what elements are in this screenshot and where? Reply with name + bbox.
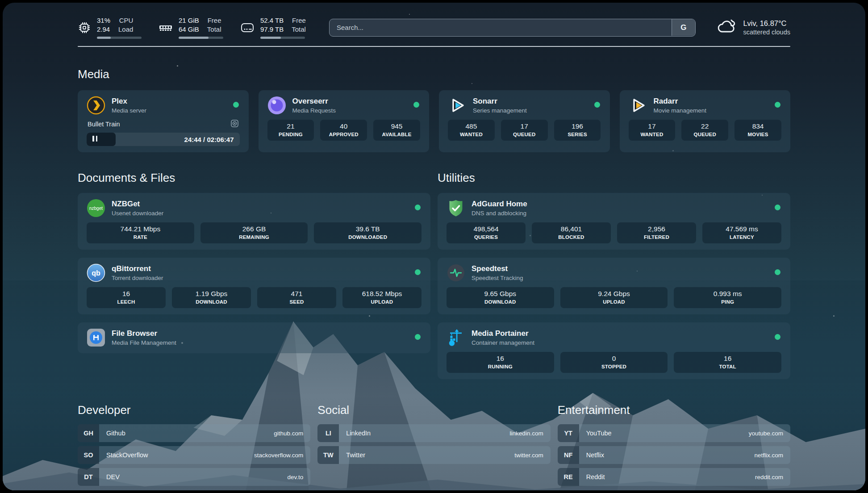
service-name: NZBGet	[112, 200, 163, 209]
service-desc: DNS and adblocking	[472, 210, 527, 217]
service-card-filebrowser[interactable]: File Browser Media File Management	[78, 322, 430, 353]
bookmark-url: twitter.com	[514, 452, 551, 459]
cpu-load-label: Load	[118, 25, 133, 34]
playback-elapsed	[87, 133, 116, 146]
status-dot	[415, 334, 421, 340]
svg-text:nzbget: nzbget	[89, 206, 103, 211]
service-name: qBittorrent	[112, 264, 163, 273]
service-name: Sonarr	[473, 97, 527, 106]
filebrowser-icon	[87, 328, 105, 347]
disk-free-value: 52.4 TB	[260, 16, 284, 25]
stat-rate: 744.21 MbpsRATE	[87, 222, 194, 243]
bookmark-reddit[interactable]: RE Reddit reddit.com	[558, 468, 790, 486]
weather-condition: scattered clouds	[743, 28, 790, 37]
bookmark-name: Twitter	[339, 451, 365, 459]
cpu-icon	[78, 21, 91, 34]
service-card-radarr[interactable]: Radarr Movie management 17WANTED 22QUEUE…	[620, 90, 791, 152]
search-provider-button[interactable]: G	[672, 19, 695, 36]
cpu-usage-label: CPU	[118, 16, 133, 25]
stat-series: 196SERIES	[554, 120, 601, 141]
pause-icon[interactable]	[92, 135, 99, 143]
service-card-sonarr[interactable]: Sonarr Series management 485WANTED 17QUE…	[439, 90, 610, 152]
ram-progress-fill	[179, 37, 209, 39]
section-title-social: Social	[317, 403, 550, 417]
service-card-qbittorrent[interactable]: qb qBittorrent Torrent downloader 16LEEC…	[78, 258, 430, 314]
service-card-speedtest[interactable]: Speedtest Speedtest Tracking 9.65 GbpsDO…	[438, 258, 790, 314]
status-dot	[775, 334, 780, 340]
stat-upload: 9.24 GbpsUPLOAD	[560, 287, 668, 308]
disk-free-label: Free	[292, 16, 306, 25]
stat-download: 9.65 GbpsDOWNLOAD	[447, 287, 554, 308]
bookmark-stackoverflow[interactable]: SO StackOverflow stackoverflow.com	[78, 446, 310, 464]
search-input[interactable]	[329, 19, 696, 37]
disk-progress-track	[260, 37, 305, 39]
stat-blocked: 86,401BLOCKED	[532, 222, 611, 243]
ram-free-value: 21 GiB	[179, 16, 199, 25]
service-desc: Usenet downloader	[112, 210, 163, 217]
service-card-adguard[interactable]: AdGuard Home DNS and adblocking 498,564Q…	[438, 193, 790, 250]
bookmark-abbr: NF	[558, 446, 579, 464]
plex-icon	[87, 96, 105, 115]
dashboard-content: Media Plex Media server	[3, 67, 865, 486]
bookmark-url: github.com	[274, 430, 310, 437]
stat-remaining: 266 GBREMAINING	[200, 222, 308, 243]
stat-pending: 21PENDING	[267, 120, 314, 141]
bookmark-name: Netflix	[579, 451, 604, 459]
stat-wanted: 485WANTED	[448, 120, 495, 141]
stat-queries: 498,564QUERIES	[447, 222, 526, 243]
bookmark-twitter[interactable]: TW Twitter twitter.com	[317, 446, 550, 464]
service-name: Radarr	[654, 97, 707, 106]
entertainment-bookmarks: YT YouTube youtube.com NF Netflix netfli…	[558, 424, 790, 486]
ram-icon	[159, 21, 173, 34]
ram-free-label: Free	[207, 16, 221, 25]
top-bar: 31% 2.94 CPU Load	[3, 3, 865, 39]
bookmark-dev[interactable]: DT DEV dev.to	[78, 468, 310, 486]
stat-movies: 834MOVIES	[734, 120, 781, 141]
bookmark-github[interactable]: GH Github github.com	[78, 424, 310, 442]
ram-total-label: Total	[207, 25, 221, 34]
status-dot	[775, 102, 780, 108]
header-divider	[78, 46, 790, 47]
service-name: Speedtest	[472, 264, 523, 273]
bookmark-abbr: TW	[317, 446, 339, 464]
section-title-utilities: Utilities	[438, 171, 790, 185]
bookmark-abbr: YT	[558, 424, 579, 442]
stat-stopped: 0STOPPED	[560, 352, 668, 373]
bookmark-youtube[interactable]: YT YouTube youtube.com	[558, 424, 790, 442]
bookmark-linkedin[interactable]: LI LinkedIn linkedin.com	[317, 424, 550, 442]
stat-queued: 17QUEUED	[501, 120, 548, 141]
dashboard-screen: 31% 2.94 CPU Load	[3, 3, 865, 490]
sonarr-icon	[448, 96, 467, 115]
ram-progress-track	[179, 37, 223, 39]
stat-download: 1.19 GbpsDOWNLOAD	[172, 287, 251, 308]
service-card-nzbget[interactable]: nzbget NZBGet Usenet downloader 744.21 M…	[78, 193, 430, 250]
portainer-icon	[447, 328, 465, 347]
bookmark-name: YouTube	[579, 430, 612, 437]
stat-wanted: 17WANTED	[629, 120, 676, 141]
service-card-portainer[interactable]: Media Portainer Container management 16R…	[438, 322, 790, 379]
plex-now-playing: Bullet Train 24:44 / 02:06:47	[87, 119, 240, 146]
cpu-usage-value: 31%	[97, 16, 110, 25]
service-desc: Media File Management	[112, 339, 176, 346]
status-dot	[233, 102, 239, 108]
status-dot	[594, 102, 600, 108]
bookmark-abbr: RE	[558, 468, 579, 486]
playback-time: 24:44 / 02:06:47	[184, 136, 240, 143]
service-card-overseerr[interactable]: Overseerr Media Requests 21PENDING 40APP…	[259, 90, 430, 152]
stat-available: 945AVAILABLE	[373, 120, 420, 141]
bookmark-url: reddit.com	[755, 474, 790, 480]
service-name: Plex	[112, 97, 146, 106]
memory-widget: 21 GiB 64 GiB Free Total	[159, 16, 223, 39]
status-dot	[413, 102, 419, 108]
weather-widget[interactable]: Lviv, 16.87°C scattered clouds	[716, 18, 790, 37]
qbittorrent-icon: qb	[87, 263, 105, 282]
stat-seed: 471SEED	[257, 287, 336, 308]
service-card-plex[interactable]: Plex Media server Bullet Train	[78, 90, 249, 152]
overseerr-icon	[267, 96, 286, 115]
radarr-icon	[629, 96, 647, 115]
bookmark-netflix[interactable]: NF Netflix netflix.com	[558, 446, 790, 464]
section-title-media: Media	[78, 67, 790, 81]
status-dot	[415, 269, 421, 275]
bookmark-name: Reddit	[579, 473, 605, 480]
bookmark-url: netflix.com	[754, 452, 790, 459]
